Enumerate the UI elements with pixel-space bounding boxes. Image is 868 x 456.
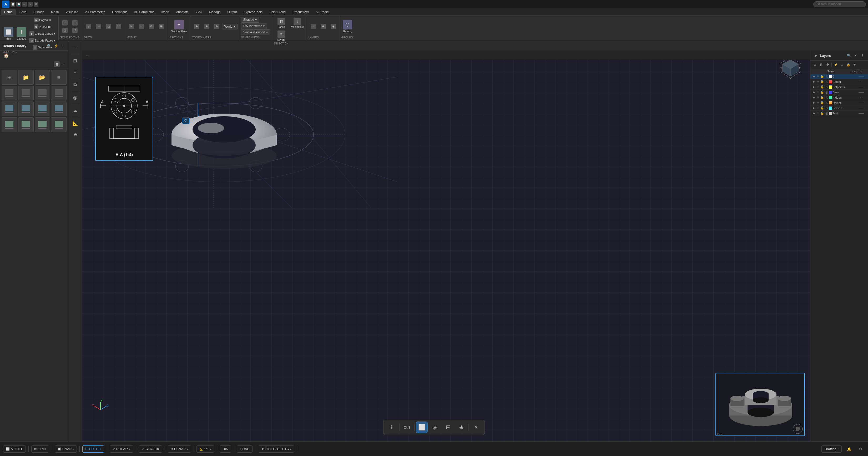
sel-manipulate-btn[interactable]: ↕ Manipulate xyxy=(289,17,305,29)
tab-expresstools[interactable]: ExpressTools xyxy=(241,9,266,15)
world-dropdown[interactable]: World ▾ xyxy=(222,24,238,29)
solidediting-btn-3[interactable]: ◳ xyxy=(60,27,70,34)
tab-visualize[interactable]: Visualize xyxy=(62,9,81,15)
layer-row-text[interactable]: ▶ ☀ 🔓 🖨 Text —— xyxy=(810,111,868,116)
status-strack-btn[interactable]: ⟋ STRACK xyxy=(138,446,162,453)
tab-surface[interactable]: Surface xyxy=(30,9,48,15)
draw-btn-2[interactable]: ○ xyxy=(94,23,103,30)
vtool-dots[interactable]: ··· xyxy=(70,42,81,53)
status-grid-btn[interactable]: ⊞ GRID xyxy=(31,446,49,453)
layers-search-btn[interactable]: 🔍 xyxy=(846,53,852,58)
polysolid-btn[interactable]: ▣ Polysolid xyxy=(28,17,57,23)
sel-add-btn[interactable]: ◈ xyxy=(429,422,441,433)
layer-print-icon-5[interactable]: 🖨 xyxy=(825,101,828,104)
tab-3dparametric[interactable]: 3D Parametric xyxy=(131,9,158,15)
list-view-btn[interactable]: ≡ xyxy=(61,61,66,67)
extract-edges-btn[interactable]: ◧ Extract Edges ▾ xyxy=(28,31,57,37)
layer-vis-icon-5[interactable]: ☀ xyxy=(816,101,820,104)
sel-close-btn[interactable]: ✕ xyxy=(471,422,482,433)
status-snap-btn[interactable]: 🔲 SNAP ▾ xyxy=(55,446,77,453)
ribbon-search[interactable] xyxy=(813,1,866,7)
solidediting-btn-1[interactable]: ◱ xyxy=(60,20,70,26)
push-pull-btn[interactable]: ⇅ Push/Pull xyxy=(28,24,57,30)
vtool-stack[interactable]: ⧉ xyxy=(70,79,81,90)
status-drafting-btn[interactable]: Drafting ▾ xyxy=(822,446,842,453)
status-esnap-btn[interactable]: ⊕ ESNAP ▾ xyxy=(168,446,191,453)
tab-productivity[interactable]: Productivity xyxy=(289,9,312,15)
tab-manage[interactable]: Manage xyxy=(206,9,224,15)
status-scale-btn[interactable]: 📐 1:1 ▾ xyxy=(196,446,214,453)
status-notify-btn[interactable]: 🔔 xyxy=(844,446,854,452)
layer-row-object[interactable]: ▶ ☀ 🔓 🖨 Object —— xyxy=(810,100,868,105)
layer-vis-icon-4[interactable]: ☀ xyxy=(816,96,820,99)
layers-btn-1[interactable]: ≡ xyxy=(309,23,318,30)
layer-vis-icon-2[interactable]: ☀ xyxy=(816,85,820,89)
library-item-9[interactable] xyxy=(2,117,17,132)
layer-lock-icon-3[interactable]: 🔓 xyxy=(820,91,824,94)
layers-close-btn[interactable]: ✕ xyxy=(853,53,859,58)
coord-btn-3[interactable]: ⊙ xyxy=(212,23,221,30)
status-ortho-btn[interactable]: ⊢ ORTHO xyxy=(82,446,104,453)
vtool-cloud[interactable]: ☁ xyxy=(70,105,81,116)
status-settings-btn[interactable]: ⚙ xyxy=(857,446,865,452)
layer-vis-icon-3[interactable]: ☀ xyxy=(816,91,820,94)
vtool-target[interactable]: ◎ xyxy=(70,92,81,103)
library-item-list[interactable]: ≡ xyxy=(51,70,66,85)
vtool-filter[interactable]: ⊟ xyxy=(70,56,81,66)
layer-row-hidden[interactable]: ▶ ☀ 🔓 🖨 Hidden - - - xyxy=(810,95,868,100)
layer-row-defpoints[interactable]: ▶ ☀ 🔓 🖨 Defpoints —— xyxy=(810,85,868,90)
tab-pointcloud[interactable]: Point Cloud xyxy=(266,9,289,15)
tab-operations[interactable]: Operations xyxy=(109,9,131,15)
coord-btn-1[interactable]: ⊕ xyxy=(192,23,202,30)
layers-delete-btn[interactable]: 🗑 xyxy=(818,62,824,68)
library-item-3[interactable] xyxy=(35,86,50,100)
layer-print-icon-6[interactable]: 🖨 xyxy=(825,106,828,110)
separate-btn[interactable]: ⊠ Separate ▾ xyxy=(28,44,57,51)
sel-faces-btn[interactable]: ◧ Faces xyxy=(274,17,289,29)
status-model-btn[interactable]: ⬜ MODEL xyxy=(3,446,26,453)
library-item-4[interactable] xyxy=(51,86,66,100)
title-icon-5[interactable]: ⚙ xyxy=(34,2,38,7)
sel-ctrl-btn[interactable]: Ctrl xyxy=(401,422,413,433)
title-icon-2[interactable]: 💾 xyxy=(16,2,21,7)
layers-filter-btn[interactable]: ⚡ xyxy=(833,62,839,68)
extrude-faces-btn[interactable]: ⊡ Extrude Faces ▾ xyxy=(28,37,57,44)
sel-info-btn[interactable]: ℹ xyxy=(386,422,398,433)
modify-btn-3[interactable]: ⟳ xyxy=(147,23,156,30)
title-icon-3[interactable]: ↩ xyxy=(22,2,27,7)
title-icon-1[interactable]: 📄 xyxy=(10,2,15,7)
library-item-folder1[interactable]: 📁 xyxy=(18,70,34,85)
group-btn[interactable]: ⬡ Group , xyxy=(341,19,353,34)
tab-insert[interactable]: Insert xyxy=(158,9,172,15)
draw-btn-1[interactable]: / xyxy=(84,23,93,30)
vtool-annotate[interactable]: 📐 xyxy=(70,118,81,129)
shading-dropdown[interactable]: Shaded ▾ xyxy=(241,17,259,23)
layer-lock-icon-5[interactable]: 🔓 xyxy=(820,101,824,104)
layer-lock-icon-1[interactable]: 🔓 xyxy=(820,80,824,84)
layers-btn-2[interactable]: ⊕ xyxy=(318,23,328,30)
layer-vis-icon[interactable]: ☀ xyxy=(816,75,820,78)
layers-vis-btn[interactable]: 👁 xyxy=(852,62,858,68)
main-viewport[interactable]: ▲ ▶ ▼ ◀ xyxy=(82,51,810,441)
layer-print-icon-2[interactable]: 🖨 xyxy=(825,86,828,89)
sel-select-btn[interactable]: ⬜ xyxy=(416,422,428,433)
sel-layers-ribbon-btn[interactable]: ≡ Layers xyxy=(274,30,289,42)
layer-print-icon-7[interactable]: 🖨 xyxy=(825,112,828,115)
layer-print-icon[interactable]: 🖨 xyxy=(825,75,828,78)
grid-view-btn[interactable]: ⊞ xyxy=(54,61,60,67)
vtool-monitor[interactable]: 🖥 xyxy=(70,129,81,140)
layer-vis-icon-1[interactable]: ☀ xyxy=(816,80,820,84)
library-item-folder2[interactable]: 📂 xyxy=(35,70,50,85)
layer-print-icon-1[interactable]: 🖨 xyxy=(825,80,828,84)
sel-intersect-btn[interactable]: ⊕ xyxy=(456,422,467,433)
library-item-12[interactable] xyxy=(51,117,66,132)
solidediting-btn-2[interactable]: ◲ xyxy=(70,20,80,26)
box-button[interactable]: ⬜ Box xyxy=(3,27,15,41)
tab-view[interactable]: View xyxy=(192,9,206,15)
library-item-1[interactable] xyxy=(2,86,17,100)
library-item-7[interactable] xyxy=(35,101,50,116)
sel-subtract-btn[interactable]: ⊟ xyxy=(442,422,454,433)
layer-print-icon-3[interactable]: 🖨 xyxy=(825,91,828,94)
library-item-5[interactable] xyxy=(2,101,17,116)
tab-aipredict[interactable]: AI Predict xyxy=(312,9,333,15)
